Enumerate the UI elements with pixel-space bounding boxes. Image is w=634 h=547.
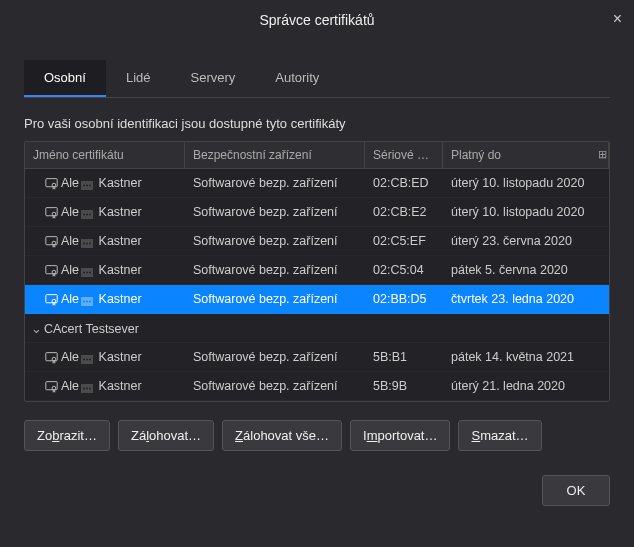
certificate-icon (45, 206, 58, 219)
col-header-serial[interactable]: Sériové č… (365, 142, 443, 168)
svg-point-27 (83, 301, 85, 303)
cell-serial: 5B:B1 (365, 344, 443, 370)
cell-name: ⌄CAcert Testsever (25, 315, 185, 342)
name-part: Kastner (95, 176, 142, 190)
delete-button[interactable]: Smazat… (458, 420, 541, 451)
table-row[interactable]: Ale KastnerSoftwarové bezp. zařízení02:C… (25, 169, 609, 198)
cell-name: Ale Kastner (25, 286, 185, 312)
cell-device: Softwarové bezp. zařízení (185, 373, 365, 399)
col-header-device[interactable]: Bezpečnostní zařízení (185, 142, 365, 168)
name-mask-icon (81, 179, 93, 188)
col-header-name[interactable]: Jméno certifikátu (25, 142, 185, 168)
certificate-icon (45, 235, 58, 248)
tab-osobní[interactable]: Osobní (24, 60, 106, 97)
table-row[interactable]: Ale KastnerSoftwarové bezp. zařízení5B:B… (25, 343, 609, 372)
name-mask-icon (81, 295, 93, 304)
cell-device: Softwarové bezp. zařízení (185, 286, 365, 312)
cell-device: Softwarové bezp. zařízení (185, 199, 365, 225)
import-button[interactable]: Importovat… (350, 420, 450, 451)
svg-point-23 (89, 272, 91, 274)
cell-device: Softwarové bezp. zařízení (185, 257, 365, 283)
cell-valid: úterý 21. ledna 2020 (443, 373, 609, 399)
cell-name: Ale Kastner (25, 199, 185, 225)
col-header-valid[interactable]: Platný do (443, 142, 609, 168)
cell-device: Softwarové bezp. zařízení (185, 228, 365, 254)
cell-name: Ale Kastner (25, 228, 185, 254)
chevron-down-icon[interactable]: ⌄ (31, 321, 41, 336)
svg-point-28 (86, 301, 88, 303)
name-part: Kastner (95, 234, 142, 248)
svg-point-34 (86, 359, 88, 361)
cell-serial: 02:BB:D5 (365, 286, 443, 312)
name-mask-icon (81, 382, 93, 391)
svg-point-35 (89, 359, 91, 361)
name-part: Kastner (95, 379, 142, 393)
name-part: Ale (61, 205, 79, 219)
table-body: Ale KastnerSoftwarové bezp. zařízení02:C… (25, 169, 609, 401)
table-header: Jméno certifikátu Bezpečnostní zařízení … (25, 142, 609, 169)
cell-serial: 02:C5:04 (365, 257, 443, 283)
svg-point-3 (83, 185, 85, 187)
svg-point-40 (86, 388, 88, 390)
close-icon[interactable]: × (613, 10, 622, 28)
column-picker-icon[interactable]: ⊞ (598, 148, 607, 161)
cell-valid: úterý 10. listopadu 2020 (443, 199, 609, 225)
cell-serial: 5B:9B (365, 373, 443, 399)
cell-device (185, 322, 365, 334)
table-row[interactable]: Ale KastnerSoftwarové bezp. zařízení02:B… (25, 285, 609, 314)
cell-valid (443, 322, 609, 334)
svg-point-22 (86, 272, 88, 274)
cell-valid: úterý 23. června 2020 (443, 228, 609, 254)
svg-point-9 (83, 214, 85, 216)
svg-point-29 (89, 301, 91, 303)
svg-point-4 (86, 185, 88, 187)
certificate-table: Jméno certifikátu Bezpečnostní zařízení … (24, 141, 610, 402)
table-row[interactable]: Ale KastnerSoftwarové bezp. zařízení02:C… (25, 256, 609, 285)
table-row[interactable]: Ale KastnerSoftwarové bezp. zařízení5B:9… (25, 372, 609, 401)
cell-device: Softwarové bezp. zařízení (185, 170, 365, 196)
cell-serial (365, 322, 443, 334)
certificate-icon (45, 264, 58, 277)
tab-autority[interactable]: Autority (255, 60, 339, 97)
table-row[interactable]: Ale KastnerSoftwarové bezp. zařízení02:C… (25, 198, 609, 227)
name-mask-icon (81, 208, 93, 217)
name-part: Ale (61, 292, 79, 306)
cell-name: Ale Kastner (25, 373, 185, 399)
view-button[interactable]: Zobrazit… (24, 420, 110, 451)
tab-servery[interactable]: Servery (171, 60, 256, 97)
name-part: Ale (61, 379, 79, 393)
tab-lidé[interactable]: Lidé (106, 60, 171, 97)
tab-bar: OsobníLidéServeryAutority (24, 60, 610, 98)
backup-all-button[interactable]: Zálohovat vše… (222, 420, 342, 451)
svg-point-11 (89, 214, 91, 216)
certificate-icon (45, 351, 58, 364)
name-mask-icon (81, 237, 93, 246)
svg-point-39 (83, 388, 85, 390)
cell-valid: čtvrtek 23. ledna 2020 (443, 286, 609, 312)
footer: OK (24, 475, 610, 506)
backup-button[interactable]: Zálohovat… (118, 420, 214, 451)
cell-valid: úterý 10. listopadu 2020 (443, 170, 609, 196)
description-text: Pro vaši osobní identifikaci jsou dostup… (24, 116, 610, 131)
svg-point-10 (86, 214, 88, 216)
cell-serial: 02:CB:ED (365, 170, 443, 196)
certificate-icon (45, 380, 58, 393)
table-group-row[interactable]: ⌄CAcert Testsever (25, 314, 609, 343)
name-part: Kastner (95, 292, 142, 306)
window-title: Správce certifikátů (259, 12, 374, 28)
table-row[interactable]: Ale KastnerSoftwarové bezp. zařízení02:C… (25, 227, 609, 256)
ok-button[interactable]: OK (542, 475, 610, 506)
name-part: Ale (61, 263, 79, 277)
name-part: Ale (61, 350, 79, 364)
cell-device: Softwarové bezp. zařízení (185, 344, 365, 370)
name-part: Kastner (95, 205, 142, 219)
name-part: Ale (61, 176, 79, 190)
svg-point-21 (83, 272, 85, 274)
cell-valid: pátek 5. června 2020 (443, 257, 609, 283)
svg-point-15 (83, 243, 85, 245)
titlebar: Správce certifikátů × (0, 0, 634, 40)
content: OsobníLidéServeryAutority Pro vaši osobn… (0, 60, 634, 506)
cell-serial: 02:CB:E2 (365, 199, 443, 225)
svg-point-5 (89, 185, 91, 187)
group-label: CAcert Testsever (44, 322, 139, 336)
